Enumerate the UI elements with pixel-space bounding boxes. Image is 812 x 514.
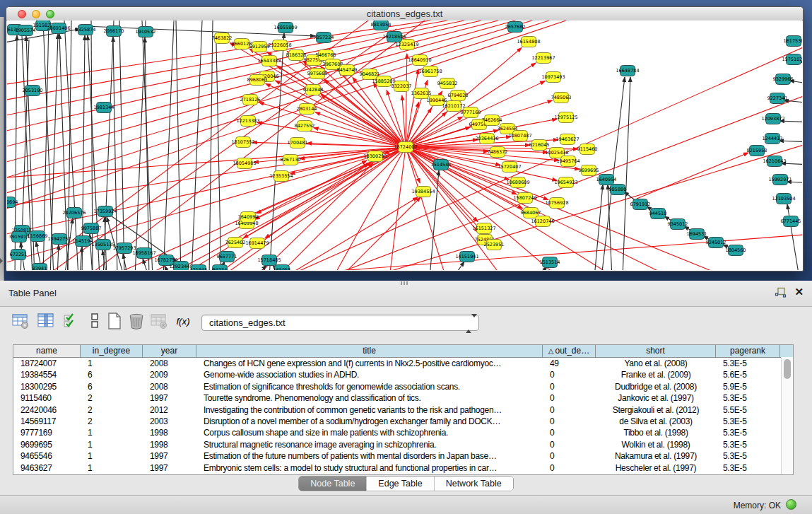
tab-network-table[interactable]: Network Table — [435, 477, 513, 491]
column-header-short[interactable]: short — [596, 345, 716, 357]
graph-node[interactable]: 8454749 — [337, 65, 358, 76]
graph-node[interactable]: 7625402 — [225, 238, 246, 248]
table-selector-dropdown[interactable]: citations_edges.txt — [201, 315, 479, 331]
graph-node[interactable]: 16543382 — [257, 56, 281, 66]
column-header-year[interactable]: year — [143, 345, 196, 357]
graph-node[interactable]: 9657771 — [217, 252, 237, 262]
graph-node[interactable]: 12975125 — [554, 112, 577, 123]
graph-node[interactable]: 1910532 — [136, 27, 156, 37]
graph-node[interactable]: 6794028 — [448, 90, 469, 101]
network-window[interactable]: citations_edges.txt 74638228660128591295… — [6, 6, 804, 271]
graph-node[interactable]: 1981344 — [94, 103, 114, 113]
graph-node[interactable]: 12213967 — [531, 53, 555, 64]
graph-node[interactable]: 15992971 — [768, 175, 792, 185]
graph-node[interactable]: 121945 — [190, 265, 208, 271]
table-row[interactable]: 946362711997Embryonic stem cells: a mode… — [13, 462, 793, 474]
delete-table-icon[interactable] — [127, 312, 146, 330]
graph-node[interactable]: 19384554 — [411, 187, 435, 197]
graph-node[interactable]: 12103504 — [772, 194, 795, 204]
graph-node[interactable]: 8322037 — [392, 81, 412, 92]
graph-node[interactable]: 944510 — [649, 209, 667, 219]
graph-node[interactable]: 8813054 — [371, 21, 392, 30]
column-header-name[interactable]: name — [13, 345, 81, 357]
graph-node[interactable]: 8968063 — [247, 75, 268, 86]
graph-node[interactable]: 3915913 — [9, 232, 30, 243]
graph-node[interactable]: 1617538 — [784, 36, 802, 47]
graph-node[interactable]: 20364436 — [475, 134, 498, 144]
scrollbar-thumb[interactable] — [784, 359, 791, 379]
graph-node[interactable]: 7463822 — [212, 33, 233, 44]
graph-node[interactable]: 83941 — [33, 264, 47, 271]
graph-node[interactable]: 6791912 — [630, 199, 651, 210]
graph-node[interactable]: 89234 — [213, 265, 228, 271]
table-row[interactable]: 1938455462009Genome-wide association stu… — [13, 369, 793, 380]
graph-node[interactable]: 9699695 — [579, 165, 599, 176]
graph-node[interactable]: 2086170 — [104, 26, 124, 37]
graph-node[interactable]: 165055 — [273, 265, 291, 271]
graph-node[interactable]: 10756928 — [545, 198, 568, 209]
graph-node[interactable]: 2718126 — [240, 95, 261, 105]
graph-node[interactable]: 1145194 — [73, 236, 93, 247]
graph-node[interactable]: 5912954 — [249, 42, 270, 52]
column-header-out_de[interactable]: △out_de… — [543, 345, 596, 357]
graph-node[interactable]: 1804560 — [726, 245, 746, 256]
table-mode-icon[interactable] — [11, 312, 30, 330]
show-columns-icon[interactable] — [37, 312, 55, 330]
graph-node[interactable]: 6216045 — [529, 140, 550, 151]
graph-node[interactable]: 7462664 — [482, 115, 502, 126]
graph-node[interactable]: 12093872 — [761, 114, 784, 124]
network-graph[interactable]: 7463822866012859129542322605881863289827… — [7, 21, 802, 270]
table-row[interactable]: 1830029562008Estimation of significance … — [13, 381, 793, 392]
graph-node[interactable]: 7857224 — [314, 33, 334, 43]
tab-node-table[interactable]: Node Table — [299, 477, 367, 491]
table-row[interactable]: 911546021997Tourette syndrome. Phenomeno… — [13, 392, 793, 404]
graph-node[interactable]: 17359924 — [93, 206, 117, 217]
graph-node[interactable]: 15720407 — [498, 162, 521, 173]
graph-node[interactable]: 9975887 — [81, 223, 102, 234]
select-columns-checklist-icon[interactable] — [62, 312, 81, 330]
table-vertical-scrollbar[interactable] — [781, 357, 793, 474]
column-header-title[interactable]: title — [196, 345, 543, 357]
row-height-icon[interactable] — [86, 312, 104, 330]
graph-node[interactable]: 10688609 — [506, 177, 529, 188]
graph-node[interactable]: 5975685 — [307, 69, 328, 79]
graph-node[interactable]: 6771445 — [781, 216, 801, 227]
graph-node[interactable]: 9455812 — [437, 78, 458, 89]
close-panel-icon[interactable]: ✕ — [794, 286, 804, 298]
graph-node[interactable]: 1694531 — [687, 229, 707, 240]
new-table-icon[interactable] — [105, 312, 124, 330]
table-row[interactable]: 969969511998Structural magnetic resonanc… — [13, 439, 793, 450]
splitpane-collapse-arrow[interactable] — [0, 258, 3, 264]
network-window-titlebar[interactable]: citations_edges.txt — [6, 7, 803, 21]
graph-node[interactable]: 8267130 — [281, 155, 301, 165]
graph-node[interactable]: 8427552 — [295, 121, 315, 132]
graph-node[interactable]: 9227341 — [767, 93, 788, 104]
column-header-in_degree[interactable]: in_degree — [81, 345, 143, 357]
float-panel-icon[interactable] — [775, 287, 787, 299]
tab-edge-table[interactable]: Edge Table — [367, 477, 434, 491]
panel-resize-grip[interactable] — [401, 281, 409, 285]
table-row[interactable]: 1872400712008Changes of HCN gene express… — [13, 358, 793, 369]
graph-node[interactable]: 985880 — [609, 185, 627, 195]
graph-node[interactable]: 9345012 — [668, 219, 688, 230]
graph-node[interactable]: 9115460 — [577, 144, 598, 155]
table-row[interactable]: 946554611997Estimation of the future num… — [13, 450, 793, 462]
graph-node[interactable]: 19463627 — [555, 134, 579, 145]
column-header-pagerank[interactable]: pagerank — [716, 345, 780, 357]
graph-node[interactable]: 16055809 — [273, 23, 297, 33]
graph-node[interactable]: 9329966 — [773, 74, 794, 85]
table-row[interactable]: 1456911722003Disruption of a novel membe… — [13, 416, 793, 427]
table-row[interactable]: 2242004622012Investigating the contribut… — [13, 404, 793, 416]
graph-node[interactable]: 9777169 — [461, 107, 481, 118]
table-row[interactable]: 977716911998Corpus callosum shape and si… — [13, 427, 793, 438]
graph-node[interactable]: 7485063 — [551, 93, 572, 103]
graph-node[interactable]: 10973493 — [541, 72, 565, 83]
graph-node[interactable]: 1244413 — [763, 134, 783, 144]
graph-node[interactable]: 16648784 — [616, 66, 639, 76]
graph-node[interactable]: 1156869 — [28, 231, 48, 242]
graph-node[interactable]: 672251 — [10, 250, 28, 260]
graph-node[interactable]: 19654923 — [554, 177, 577, 188]
graph-node[interactable]: 1514545 — [431, 160, 452, 170]
graph-node[interactable]: 1700481 — [288, 138, 308, 148]
memory-status-indicator[interactable] — [786, 499, 796, 510]
